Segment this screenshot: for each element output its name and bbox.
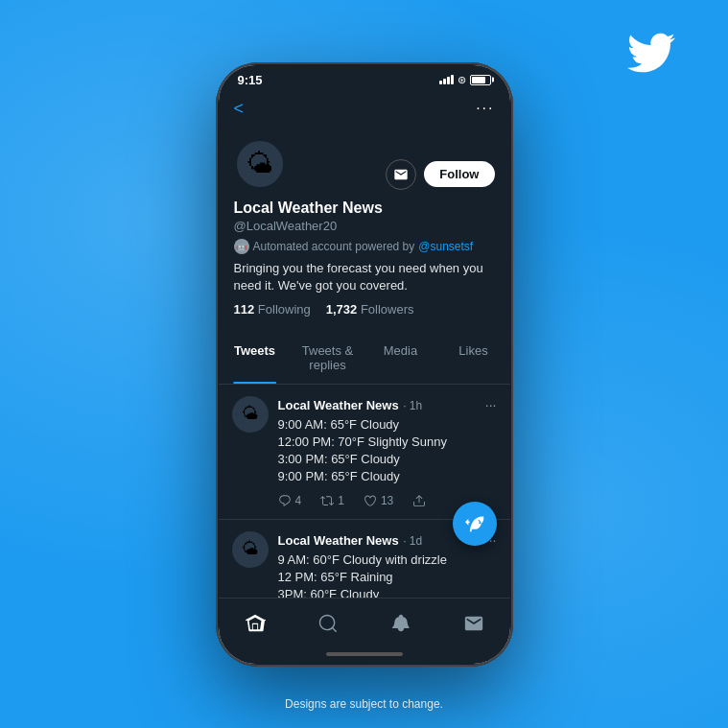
tweet-avatar-1: 🌤: [232, 396, 269, 433]
follow-button[interactable]: Follow: [424, 161, 494, 187]
search-icon: [317, 613, 339, 634]
tweet-author-1: Local Weather News: [278, 398, 399, 412]
share-action-1[interactable]: [412, 494, 426, 507]
automated-label: Automated account powered by: [253, 240, 415, 253]
tab-tweets-replies[interactable]: Tweets & replies: [292, 332, 364, 384]
following-count: 112: [234, 302, 255, 317]
tweet-1[interactable]: 🌤 Local Weather News · 1h ··· 9:00 AM: 6…: [219, 385, 510, 520]
automated-link[interactable]: @sunsetsf: [418, 240, 473, 253]
like-action-1[interactable]: 13: [364, 494, 393, 507]
status-icons: ⊛: [439, 74, 491, 86]
tweets-list: 🌤 Local Weather News · 1h ··· 9:00 AM: 6…: [219, 385, 510, 598]
phone-screen: 9:15 ⊛ < ··· 🌤: [219, 65, 510, 664]
following-label: Following: [258, 302, 311, 317]
reply-action-1[interactable]: 4: [278, 494, 302, 507]
tweet-author-2: Local Weather News: [278, 533, 399, 548]
nav-messages[interactable]: [458, 608, 489, 639]
more-button[interactable]: ···: [476, 100, 494, 117]
mail-nav-icon: [463, 613, 484, 634]
bottom-nav: [219, 598, 510, 646]
home-indicator: [219, 646, 510, 664]
retweet-action-1[interactable]: 1: [320, 494, 344, 507]
tweet-content-1: Local Weather News · 1h ··· 9:00 AM: 65°…: [278, 396, 497, 507]
message-button[interactable]: [386, 159, 416, 190]
profile-top-row: 🌤 Follow: [234, 138, 495, 190]
tweet-meta-2: · 1d: [403, 534, 422, 548]
automated-badge: 🤖 Automated account powered by @sunsetsf: [234, 239, 495, 254]
followers-count: 1,732: [326, 302, 358, 317]
avatar: 🌤: [234, 138, 286, 190]
tweet-header-1: Local Weather News · 1h ···: [278, 396, 497, 413]
battery-icon: [470, 75, 491, 85]
twitter-bird-logo: [622, 29, 680, 77]
home-icon: [245, 613, 266, 634]
followers-stat[interactable]: 1,732 Followers: [326, 302, 414, 317]
nav-bar: < ···: [219, 91, 510, 127]
profile-header: 🌤 Follow Local Weather News @LocalWeathe…: [219, 127, 510, 332]
tab-media[interactable]: Media: [364, 332, 437, 384]
bell-icon: [390, 613, 411, 634]
tweet-text-2: 9 AM: 60°F Cloudy with drizzle 12 PM: 65…: [278, 552, 497, 598]
caption: Designs are subject to change.: [285, 697, 443, 711]
profile-name: Local Weather News: [234, 200, 495, 217]
tab-likes[interactable]: Likes: [437, 332, 510, 384]
robot-icon: 🤖: [234, 239, 249, 254]
tweet-meta-1: · 1h: [403, 399, 422, 412]
mail-icon: [393, 167, 409, 182]
following-stat[interactable]: 112 Following: [234, 302, 311, 317]
followers-label: Followers: [361, 302, 414, 317]
profile-stats: 112 Following 1,732 Followers: [234, 302, 495, 317]
compose-icon: [465, 514, 484, 533]
status-bar: 9:15 ⊛: [219, 65, 510, 91]
wifi-icon: ⊛: [458, 74, 466, 86]
nav-notifications[interactable]: [386, 608, 416, 639]
tweet-more-1[interactable]: ···: [485, 397, 497, 412]
profile-handle: @LocalWeather20: [234, 219, 495, 233]
indicator-bar: [326, 652, 403, 656]
back-button[interactable]: <: [234, 99, 245, 119]
phone-shell: 9:15 ⊛ < ··· 🌤: [216, 62, 513, 667]
nav-home[interactable]: [240, 608, 270, 639]
profile-bio: Bringing you the forecast you need when …: [234, 260, 495, 294]
status-time: 9:15: [238, 73, 263, 87]
compose-button[interactable]: [453, 502, 497, 546]
tabs: Tweets Tweets & replies Media Likes: [219, 332, 510, 385]
nav-search[interactable]: [313, 608, 343, 639]
tweet-text-1: 9:00 AM: 65°F Cloudy 12:00 PM: 70°F Slig…: [278, 416, 497, 486]
tweet-avatar-2: 🌤: [232, 531, 269, 568]
tab-tweets[interactable]: Tweets: [219, 332, 292, 384]
profile-actions: Follow: [386, 159, 494, 190]
signal-icon: [439, 75, 454, 84]
